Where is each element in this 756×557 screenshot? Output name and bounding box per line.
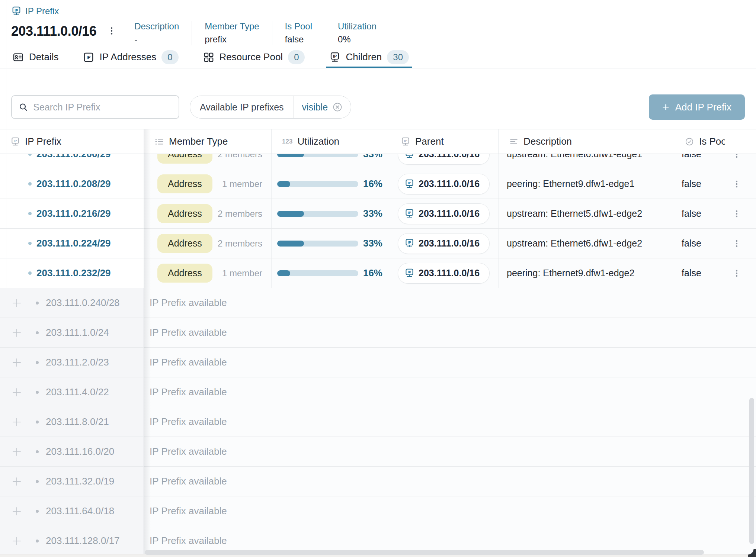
- add-available-prefix-button[interactable]: [11, 446, 22, 457]
- prefix-link[interactable]: 203.111.0.200/29: [36, 154, 111, 160]
- svg-text:IP: IP: [408, 270, 411, 274]
- available-prefix-row: 203.111.32.0/19 IP Prefix available: [0, 467, 756, 496]
- is-pool-value: false: [682, 268, 701, 278]
- available-label: IP Prefix available: [150, 446, 227, 457]
- parent-link[interactable]: IP203.111.0.0/16: [398, 174, 490, 194]
- column-header-actions: [725, 129, 748, 154]
- prefix-link[interactable]: 203.111.0.224/29: [36, 238, 111, 249]
- field-divider: [192, 21, 192, 45]
- row-actions-button[interactable]: [732, 180, 741, 189]
- table-row: 203.111.0.216/29 Address2 members 33% IP…: [0, 199, 756, 229]
- utilization-bar: [277, 181, 358, 187]
- available-label: IP Prefix available: [150, 416, 227, 428]
- add-available-prefix-button[interactable]: [11, 357, 22, 368]
- member-type-badge: Address: [157, 154, 212, 164]
- text-lines-icon: [509, 137, 519, 147]
- utilization-bar: [277, 270, 358, 276]
- search-input[interactable]: [33, 102, 172, 113]
- add-available-prefix-button[interactable]: [11, 506, 22, 517]
- utilization-bar: [277, 241, 358, 247]
- ip-prefix-icon: IP: [404, 268, 414, 278]
- available-prefix-row: 203.111.8.0/21 IP Prefix available: [0, 407, 756, 437]
- add-ip-prefix-button[interactable]: + Add IP Prefix: [649, 94, 745, 120]
- column-header-ip-prefix[interactable]: IP IP Prefix: [0, 129, 144, 154]
- number-icon: 123: [282, 138, 292, 145]
- description-text: upstream: Ethernet6.dfw1-edge2: [507, 238, 642, 249]
- search-box[interactable]: [11, 95, 179, 119]
- available-prefix: 203.111.128.0/17: [46, 535, 120, 547]
- row-actions-button[interactable]: [732, 269, 741, 278]
- prefix-bullet: [36, 331, 39, 334]
- is-pool-value: false: [682, 154, 701, 160]
- parent-link[interactable]: IP203.111.0.0/16: [398, 263, 490, 284]
- utilization-value: 33%: [363, 208, 382, 219]
- prefix-link[interactable]: 203.111.0.208/29: [36, 178, 111, 190]
- kebab-icon: [107, 26, 116, 36]
- remove-filter-icon[interactable]: [332, 102, 343, 112]
- description-text: peering: Ethernet9.dfw1-edge1: [507, 178, 634, 189]
- add-available-prefix-button[interactable]: [11, 416, 22, 428]
- ip-prefix-icon: IP: [329, 52, 340, 63]
- member-count: 2 members: [218, 238, 262, 249]
- available-prefix: 203.111.0.240/28: [46, 297, 120, 309]
- summary-fields: Description - Member Type prefix Is Pool…: [134, 20, 389, 46]
- title-actions-button[interactable]: [107, 26, 116, 37]
- parent-link[interactable]: IP203.111.0.0/16: [398, 233, 490, 254]
- tab-details[interactable]: Details: [12, 46, 59, 68]
- svg-text:IP: IP: [408, 154, 411, 155]
- prefix-bullet: [28, 182, 32, 186]
- field-divider: [325, 21, 325, 45]
- breadcrumb[interactable]: IP IP Prefix: [11, 5, 756, 17]
- available-prefix: 203.111.32.0/19: [46, 476, 114, 487]
- column-header-is-pool[interactable]: Is Pool: [674, 129, 725, 154]
- svg-text:IP: IP: [87, 55, 91, 59]
- add-available-prefix-button[interactable]: [11, 297, 22, 309]
- parent-link[interactable]: IP203.111.0.0/16: [398, 154, 490, 165]
- page-header: IP IP Prefix 203.111.0.0/16 Description …: [0, 0, 756, 46]
- available-prefix: 203.111.64.0/18: [46, 505, 114, 517]
- prefix-link[interactable]: 203.111.0.216/29: [36, 208, 111, 219]
- ip-prefix-icon: IP: [401, 137, 410, 147]
- parent-link[interactable]: IP203.111.0.0/16: [398, 203, 490, 224]
- tab-children[interactable]: IP Children 30: [329, 46, 410, 68]
- member-count: 2 members: [218, 209, 262, 219]
- add-available-prefix-button[interactable]: [11, 535, 22, 547]
- available-label: IP Prefix available: [150, 505, 227, 517]
- column-header-description[interactable]: Description: [498, 129, 674, 154]
- column-header-utilization[interactable]: 123 Utilization: [271, 129, 390, 154]
- prefix-link[interactable]: 203.111.0.232/29: [36, 267, 111, 279]
- summary-field-utilization: Utilization 0%: [338, 20, 389, 46]
- add-available-prefix-button[interactable]: [11, 327, 22, 338]
- svg-text:IP: IP: [333, 54, 337, 58]
- tab-badge: 0: [161, 50, 178, 64]
- tab-ip-addresses[interactable]: IP IP Addresses 0: [82, 46, 179, 68]
- svg-text:IP: IP: [14, 139, 17, 142]
- available-prefix-row: 203.111.0.240/28 IP Prefix available: [0, 288, 756, 318]
- tab-resource-pool[interactable]: Resource Pool 0: [202, 46, 306, 68]
- row-actions-button[interactable]: [732, 154, 741, 159]
- ip-prefix-icon: IP: [11, 6, 22, 16]
- list-icon: [154, 137, 164, 147]
- available-prefix-row: 203.111.2.0/23 IP Prefix available: [0, 348, 756, 377]
- children-table: IP IP Prefix Member Type 123 Utilization…: [0, 129, 756, 556]
- add-available-prefix-button[interactable]: [11, 387, 22, 398]
- description-text: peering: Ethernet9.dfw1-edge2: [507, 268, 634, 278]
- available-label: IP Prefix available: [150, 476, 227, 487]
- svg-text:IP: IP: [408, 181, 411, 185]
- add-available-prefix-button[interactable]: [11, 476, 22, 487]
- filter-chip: Available IP prefixes visible: [190, 96, 351, 119]
- column-header-member-type[interactable]: Member Type: [144, 129, 271, 154]
- column-header-parent[interactable]: IP Parent: [390, 129, 498, 154]
- prefix-bullet: [36, 421, 39, 424]
- member-count: 2 members: [218, 154, 262, 160]
- prefix-bullet: [36, 450, 39, 453]
- ip-prefix-icon: IP: [404, 179, 414, 189]
- filter-chip-value[interactable]: visible: [294, 96, 351, 118]
- is-pool-value: false: [682, 238, 701, 249]
- row-actions-button[interactable]: [732, 209, 741, 218]
- description-text: upstream: Ethernet5.dfw1-edge2: [507, 208, 642, 219]
- vertical-scrollbar-thumb[interactable]: [749, 398, 754, 544]
- available-label: IP Prefix available: [150, 297, 227, 309]
- row-actions-button[interactable]: [732, 239, 741, 248]
- horizontal-scrollbar-thumb[interactable]: [145, 550, 704, 555]
